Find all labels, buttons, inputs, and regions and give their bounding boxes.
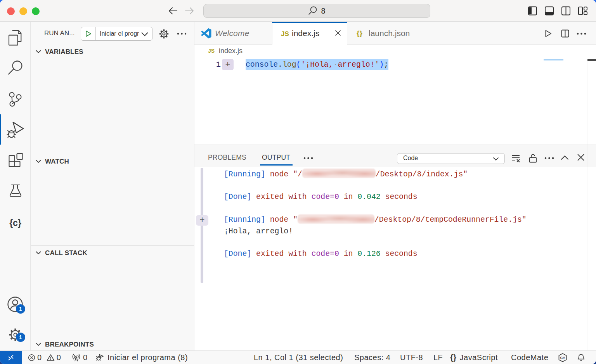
svg-text:C#: C# bbox=[560, 355, 565, 360]
